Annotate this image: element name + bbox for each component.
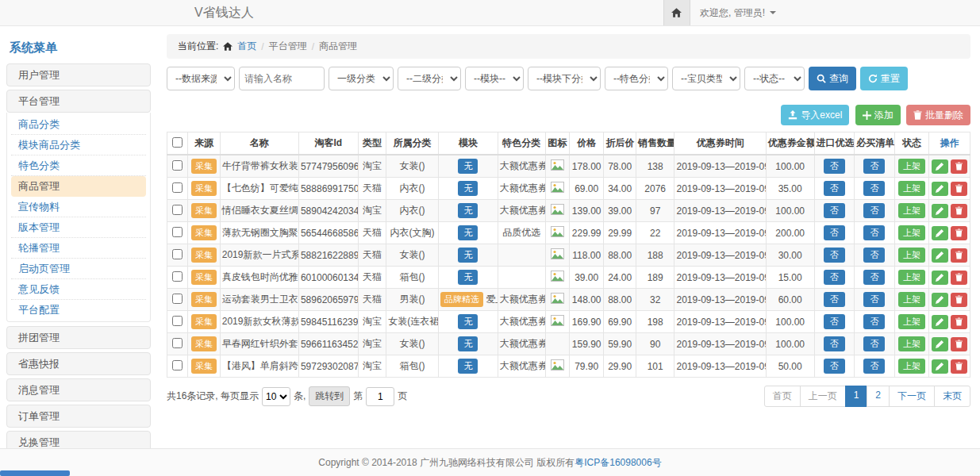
row-checkbox[interactable] bbox=[172, 338, 183, 348]
must-buy-toggle-button[interactable]: 否 bbox=[863, 270, 885, 285]
module-subcategory-select[interactable]: --模块下分类-- bbox=[528, 67, 601, 90]
edit-button[interactable] bbox=[932, 337, 948, 351]
user-menu[interactable]: 欢迎您, 管理员! bbox=[690, 0, 786, 25]
edit-button[interactable] bbox=[932, 182, 948, 196]
sidebar-section[interactable]: 用户管理 bbox=[6, 63, 151, 86]
row-checkbox[interactable] bbox=[172, 294, 183, 304]
import-toggle-button[interactable]: 否 bbox=[824, 248, 845, 263]
delete-button[interactable] bbox=[951, 159, 967, 174]
status-button[interactable]: 上架 bbox=[898, 314, 925, 329]
sidebar-subitem[interactable]: 商品分类 bbox=[11, 114, 146, 135]
pager-button[interactable]: 下一页 bbox=[889, 386, 935, 407]
delete-button[interactable] bbox=[951, 248, 967, 263]
breadcrumb-home-link[interactable]: 首页 bbox=[237, 40, 256, 53]
item-type-select[interactable]: --宝贝类型-- bbox=[672, 67, 740, 90]
pager-button[interactable]: 末页 bbox=[934, 386, 970, 407]
sidebar-subitem[interactable]: 意见反馈 bbox=[11, 279, 146, 300]
batch-delete-button[interactable]: 批量删除 bbox=[906, 105, 970, 125]
jump-page-input[interactable] bbox=[366, 387, 394, 406]
import-toggle-button[interactable]: 否 bbox=[824, 336, 845, 351]
import-toggle-button[interactable]: 否 bbox=[824, 159, 845, 174]
pager-button[interactable]: 2 bbox=[867, 386, 890, 407]
delete-button[interactable] bbox=[951, 293, 967, 307]
sidebar-section[interactable]: 订单管理 bbox=[6, 405, 151, 428]
pager-button[interactable]: 首页 bbox=[764, 386, 801, 407]
row-checkbox[interactable] bbox=[172, 182, 183, 193]
pager-button[interactable]: 1 bbox=[845, 386, 868, 407]
edit-button[interactable] bbox=[932, 293, 948, 307]
sidebar-subitem[interactable]: 启动页管理 bbox=[11, 259, 146, 279]
edit-button[interactable] bbox=[932, 315, 948, 329]
status-button[interactable]: 上架 bbox=[898, 225, 925, 240]
delete-button[interactable] bbox=[951, 182, 967, 196]
row-checkbox[interactable] bbox=[172, 227, 183, 237]
add-button[interactable]: 添加 bbox=[855, 105, 901, 125]
edit-button[interactable] bbox=[932, 248, 948, 263]
must-buy-toggle-button[interactable]: 否 bbox=[863, 225, 885, 240]
must-buy-toggle-button[interactable]: 否 bbox=[863, 314, 885, 329]
sidebar-section[interactable]: 拼团管理 bbox=[6, 326, 151, 349]
edit-button[interactable] bbox=[932, 204, 948, 218]
import-toggle-button[interactable]: 否 bbox=[824, 314, 845, 329]
must-buy-toggle-button[interactable]: 否 bbox=[863, 203, 885, 218]
module-select[interactable]: --模块-- bbox=[465, 67, 524, 90]
reset-button[interactable]: 重置 bbox=[860, 67, 908, 90]
row-checkbox[interactable] bbox=[172, 271, 183, 282]
status-button[interactable]: 上架 bbox=[898, 159, 925, 174]
level1-category-select[interactable]: 一级分类 bbox=[329, 67, 394, 90]
delete-button[interactable] bbox=[951, 226, 967, 240]
import-toggle-button[interactable]: 否 bbox=[824, 359, 845, 374]
icp-link[interactable]: 粤ICP备16098006号 bbox=[575, 456, 661, 470]
feature-category-select[interactable]: --特色分类-- bbox=[605, 67, 668, 90]
delete-button[interactable] bbox=[951, 204, 967, 218]
delete-button[interactable] bbox=[951, 359, 967, 374]
search-button[interactable]: 查询 bbox=[809, 67, 856, 90]
status-button[interactable]: 上架 bbox=[898, 359, 925, 374]
sidebar-section[interactable]: 省惠快报 bbox=[6, 352, 151, 375]
sidebar-subitem[interactable]: 模块商品分类 bbox=[11, 135, 146, 155]
import-excel-button[interactable]: 导入excel bbox=[781, 105, 849, 125]
row-checkbox[interactable] bbox=[172, 360, 183, 370]
must-buy-toggle-button[interactable]: 否 bbox=[863, 181, 885, 196]
sidebar-subitem[interactable]: 特色分类 bbox=[11, 155, 146, 176]
must-buy-toggle-button[interactable]: 否 bbox=[863, 336, 885, 351]
pager-button[interactable]: 上一页 bbox=[800, 386, 846, 407]
delete-button[interactable] bbox=[951, 271, 967, 285]
must-buy-toggle-button[interactable]: 否 bbox=[863, 248, 885, 263]
row-checkbox[interactable] bbox=[172, 316, 183, 326]
sidebar-subitem[interactable]: 宣传物料 bbox=[11, 197, 146, 217]
edit-button[interactable] bbox=[932, 359, 948, 374]
edit-button[interactable] bbox=[932, 271, 948, 285]
import-toggle-button[interactable]: 否 bbox=[824, 270, 845, 285]
select-all-checkbox[interactable] bbox=[172, 137, 183, 148]
home-button[interactable] bbox=[663, 0, 690, 25]
row-checkbox[interactable] bbox=[172, 205, 183, 215]
status-button[interactable]: 上架 bbox=[898, 292, 925, 307]
must-buy-toggle-button[interactable]: 否 bbox=[863, 159, 885, 174]
sidebar-subitem[interactable]: 版本管理 bbox=[11, 217, 146, 238]
import-toggle-button[interactable]: 否 bbox=[824, 203, 845, 218]
sidebar-section[interactable]: 消息管理 bbox=[6, 378, 151, 401]
status-button[interactable]: 上架 bbox=[898, 270, 925, 285]
delete-button[interactable] bbox=[951, 337, 967, 351]
sidebar-subitem[interactable]: 轮播管理 bbox=[11, 238, 146, 259]
status-button[interactable]: 上架 bbox=[898, 248, 925, 263]
name-search-input[interactable] bbox=[239, 67, 325, 90]
sidebar-subitem[interactable]: 商品管理 bbox=[11, 176, 146, 197]
import-toggle-button[interactable]: 否 bbox=[824, 181, 845, 196]
import-toggle-button[interactable]: 否 bbox=[824, 292, 845, 307]
level2-category-select[interactable]: --二级分类-- bbox=[398, 67, 461, 90]
row-checkbox[interactable] bbox=[172, 160, 183, 171]
page-size-select[interactable]: 10 bbox=[262, 387, 290, 406]
delete-button[interactable] bbox=[951, 315, 967, 329]
status-button[interactable]: 上架 bbox=[898, 181, 925, 196]
import-toggle-button[interactable]: 否 bbox=[824, 225, 845, 240]
edit-button[interactable] bbox=[932, 226, 948, 240]
row-checkbox[interactable] bbox=[172, 249, 183, 259]
status-button[interactable]: 上架 bbox=[898, 336, 925, 351]
data-source-select[interactable]: --数据来源-- bbox=[167, 67, 235, 90]
jump-button[interactable]: 跳转到 bbox=[309, 386, 350, 406]
must-buy-toggle-button[interactable]: 否 bbox=[863, 292, 885, 307]
status-select[interactable]: --状态-- bbox=[744, 67, 805, 90]
edit-button[interactable] bbox=[932, 159, 948, 174]
